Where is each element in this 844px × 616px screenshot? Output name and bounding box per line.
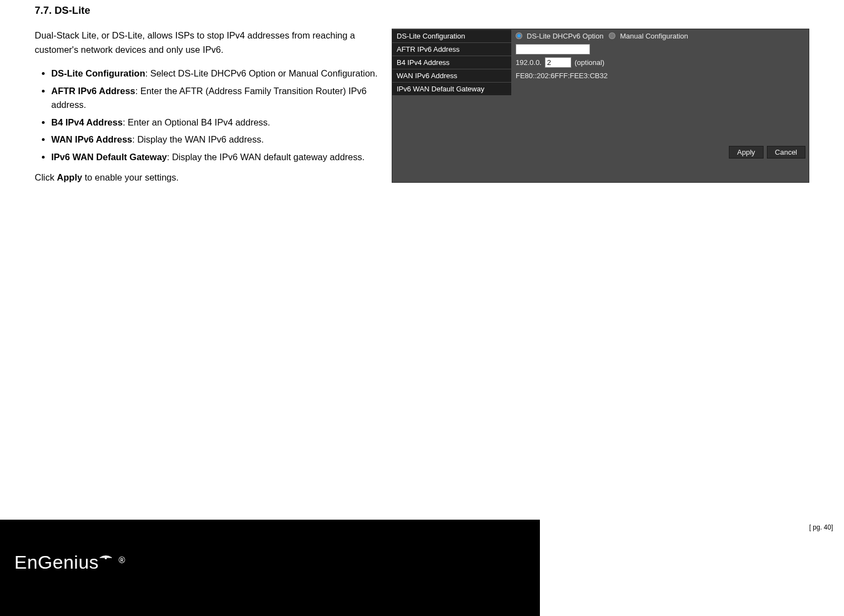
wan-label: WAN IPv6 Address (392, 69, 511, 82)
field-name: WAN IPv6 Address (51, 134, 132, 144)
aftr-input[interactable] (516, 44, 590, 54)
footer: EnGenius ® (0, 520, 844, 616)
apply-button[interactable]: Apply (729, 146, 764, 159)
b4-suffix: (optional) (575, 58, 604, 67)
list-item: AFTR IPv6 Address: Enter the AFTR (Addre… (51, 84, 382, 112)
b4-input[interactable] (545, 57, 571, 68)
closing-paragraph: Click Apply to enable your settings. (35, 172, 382, 183)
field-desc: : Display the WAN IPv6 address. (132, 134, 264, 144)
config-panel: DS-Lite Configuration DS-Lite DHCPv6 Opt… (392, 29, 809, 183)
field-name: B4 IPv4 Address (51, 117, 123, 127)
section-number: 7.7. (35, 4, 52, 16)
field-list: DS-Lite Configuration: Select DS-Lite DH… (35, 67, 382, 164)
closing-post: to enable your settings. (82, 172, 178, 182)
registered-mark: ® (118, 555, 125, 565)
list-item: IPv6 WAN Default Gateway: Display the IP… (51, 150, 382, 165)
radio-manual-config[interactable] (609, 32, 615, 39)
closing-pre: Click (35, 172, 57, 182)
field-name: DS-Lite Configuration (51, 68, 145, 78)
closing-bold: Apply (57, 172, 82, 182)
field-name: AFTR IPv6 Address (51, 86, 136, 96)
ds-lite-config-label: DS-Lite Configuration (392, 30, 511, 42)
svg-point-0 (105, 557, 107, 559)
brand-logo: EnGenius ® (14, 552, 126, 573)
section-heading: 7.7. DS-Lite (35, 4, 811, 17)
field-desc: : Display the IPv6 WAN default gateway a… (167, 152, 365, 162)
intro-paragraph: Dual-Stack Lite, or DS-Lite, allows ISPs… (35, 29, 382, 57)
brand-text: EnGenius (14, 552, 99, 573)
wan-value: FE80::202:6FFF:FEE3:CB32 (516, 72, 608, 80)
wifi-icon (99, 547, 113, 563)
list-item: DS-Lite Configuration: Select DS-Lite DH… (51, 67, 382, 81)
radio-dhcpv6-label: DS-Lite DHCPv6 Option (527, 32, 603, 40)
section-title-text: DS-Lite (55, 4, 90, 16)
radio-dhcpv6-option[interactable] (516, 32, 522, 39)
field-desc: : Select DS-Lite DHCPv6 Option or Manual… (145, 68, 377, 78)
cancel-button[interactable]: Cancel (767, 146, 805, 159)
radio-manual-label: Manual Configuration (620, 32, 688, 40)
field-desc: : Enter an Optional B4 IPv4 address. (123, 117, 270, 127)
list-item: WAN IPv6 Address: Display the WAN IPv6 a… (51, 133, 382, 147)
field-name: IPv6 WAN Default Gateway (51, 152, 167, 162)
aftr-label: AFTR IPv6 Address (392, 43, 511, 56)
b4-prefix: 192.0.0. (516, 58, 542, 67)
list-item: B4 IPv4 Address: Enter an Optional B4 IP… (51, 116, 382, 130)
b4-label: B4 IPv4 Address (392, 56, 511, 69)
gw-label: IPv6 WAN Default Gateway (392, 83, 511, 95)
